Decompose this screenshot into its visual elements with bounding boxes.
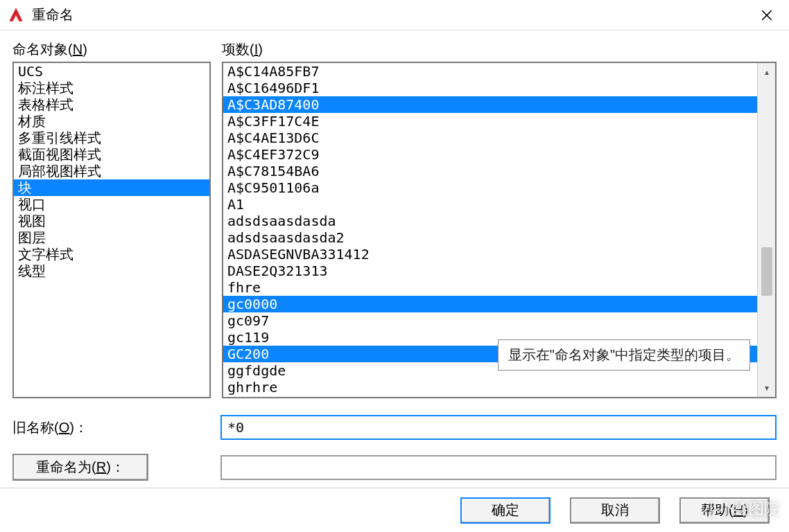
- rename-to-input[interactable]: [220, 455, 777, 480]
- list-item[interactable]: UCS: [14, 63, 209, 80]
- old-name-label: 旧名称(O)：: [12, 418, 220, 437]
- list-item[interactable]: fhre: [223, 279, 757, 296]
- scroll-thumb[interactable]: [761, 247, 772, 296]
- list-item[interactable]: A$C14A85FB7: [223, 63, 757, 80]
- close-button[interactable]: [752, 0, 782, 30]
- window-title: 重命名: [32, 6, 752, 24]
- named-objects-listbox[interactable]: UCS标注样式表格样式材质多重引线样式截面视图样式局部视图样式块视口视图图层文字…: [12, 62, 211, 398]
- items-label: 项数(I): [222, 40, 777, 59]
- list-item[interactable]: 图层: [14, 229, 209, 246]
- list-item[interactable]: ghrhre: [223, 379, 757, 396]
- scrollbar[interactable]: ▴ ▾: [757, 63, 775, 397]
- list-item[interactable]: 表格样式: [14, 96, 209, 113]
- list-item[interactable]: A$C9501106a: [223, 179, 757, 196]
- named-objects-label: 命名对象(N): [12, 40, 211, 59]
- list-item[interactable]: gc097: [223, 312, 757, 329]
- list-item[interactable]: adsdsaasdasda2: [223, 229, 757, 246]
- list-item[interactable]: 局部视图样式: [14, 163, 209, 179]
- cancel-button[interactable]: 取消: [570, 497, 660, 524]
- list-item[interactable]: 块: [14, 179, 209, 196]
- list-item[interactable]: A$C78154BA6: [223, 163, 757, 179]
- list-item[interactable]: A$C4EF372C9: [223, 146, 757, 163]
- list-item[interactable]: 视口: [14, 196, 209, 213]
- close-icon: [761, 9, 773, 21]
- list-item[interactable]: A$C3FF17C4E: [223, 113, 757, 130]
- list-item[interactable]: ASDASEGNVBA331412: [223, 246, 757, 263]
- tooltip: 显示在"命名对象"中指定类型的项目。: [498, 339, 750, 371]
- autocad-app-icon: [7, 6, 25, 24]
- old-name-input[interactable]: [220, 415, 777, 440]
- titlebar: 重命名: [0, 0, 789, 30]
- list-item[interactable]: 线型: [14, 263, 209, 279]
- scroll-up-arrow-icon[interactable]: ▴: [758, 63, 775, 81]
- list-item[interactable]: gc0000: [223, 296, 757, 312]
- rename-to-button[interactable]: 重命名为(R)：: [12, 454, 148, 481]
- help-button[interactable]: 帮助(H): [679, 497, 770, 524]
- list-item[interactable]: 多重引线样式: [14, 130, 209, 146]
- list-item[interactable]: adsdsaasdasda: [223, 213, 757, 229]
- list-item[interactable]: 文字样式: [14, 246, 209, 263]
- list-item[interactable]: A1: [223, 196, 757, 213]
- list-item[interactable]: DASE2Q321313: [223, 263, 757, 279]
- list-item[interactable]: 截面视图样式: [14, 146, 209, 163]
- dialog-footer: 确定 取消 帮助(H): [0, 488, 789, 532]
- list-item[interactable]: 标注样式: [14, 80, 209, 96]
- ok-button[interactable]: 确定: [460, 497, 550, 524]
- list-item[interactable]: A$C3AD87400: [223, 96, 757, 113]
- list-item[interactable]: A$C16496DF1: [223, 80, 757, 96]
- list-item[interactable]: 视图: [14, 213, 209, 229]
- scroll-down-arrow-icon[interactable]: ▾: [758, 379, 775, 397]
- list-item[interactable]: A$C4AE13D6C: [223, 130, 757, 146]
- list-item[interactable]: 材质: [14, 113, 209, 130]
